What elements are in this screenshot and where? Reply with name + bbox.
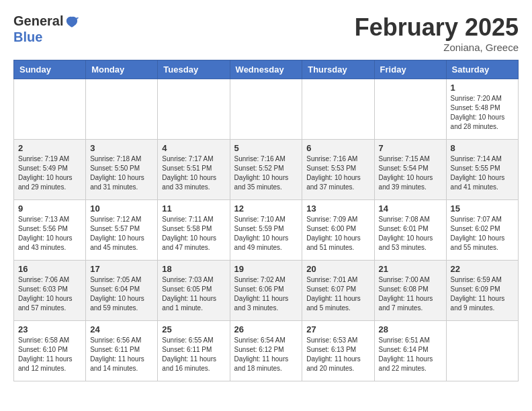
- day-info: Sunrise: 6:53 AM Sunset: 6:13 PM Dayligh…: [306, 336, 369, 373]
- calendar-cell: 16Sunrise: 7:06 AM Sunset: 6:03 PM Dayli…: [14, 261, 86, 321]
- day-info: Sunrise: 7:10 AM Sunset: 5:59 PM Dayligh…: [234, 215, 298, 253]
- day-number: 13: [306, 203, 369, 214]
- calendar-cell: 17Sunrise: 7:05 AM Sunset: 6:04 PM Dayli…: [86, 261, 158, 321]
- day-number: 26: [234, 324, 298, 334]
- calendar-cell: 19Sunrise: 7:02 AM Sunset: 6:06 PM Dayli…: [230, 261, 302, 321]
- day-info: Sunrise: 7:11 AM Sunset: 5:58 PM Dayligh…: [162, 215, 225, 253]
- calendar-cell: 23Sunrise: 6:58 AM Sunset: 6:10 PM Dayli…: [14, 321, 86, 381]
- day-info: Sunrise: 7:12 AM Sunset: 5:57 PM Dayligh…: [90, 215, 153, 253]
- calendar-week-row: 23Sunrise: 6:58 AM Sunset: 6:10 PM Dayli…: [14, 321, 519, 381]
- day-number: 9: [18, 203, 81, 214]
- day-info: Sunrise: 7:19 AM Sunset: 5:49 PM Dayligh…: [18, 154, 81, 192]
- calendar-cell: [86, 79, 158, 140]
- calendar-table: SundayMondayTuesdayWednesdayThursdayFrid…: [13, 60, 519, 381]
- day-info: Sunrise: 7:08 AM Sunset: 6:01 PM Dayligh…: [379, 215, 442, 253]
- day-info: Sunrise: 6:59 AM Sunset: 6:09 PM Dayligh…: [451, 275, 514, 313]
- day-number: 12: [234, 203, 298, 214]
- day-number: 15: [451, 203, 514, 214]
- day-number: 10: [90, 203, 153, 214]
- day-number: 21: [379, 264, 442, 274]
- calendar-cell: 2Sunrise: 7:19 AM Sunset: 5:49 PM Daylig…: [14, 140, 86, 200]
- calendar-cell: 28Sunrise: 6:51 AM Sunset: 6:14 PM Dayli…: [374, 321, 446, 381]
- calendar-week-row: 2Sunrise: 7:19 AM Sunset: 5:49 PM Daylig…: [14, 140, 519, 200]
- logo-blue: Blue: [13, 30, 42, 44]
- day-number: 4: [162, 143, 225, 153]
- day-info: Sunrise: 6:55 AM Sunset: 6:11 PM Dayligh…: [162, 336, 225, 373]
- logo-general: General: [13, 13, 63, 28]
- day-info: Sunrise: 6:51 AM Sunset: 6:14 PM Dayligh…: [379, 336, 442, 373]
- calendar-cell: 22Sunrise: 6:59 AM Sunset: 6:09 PM Dayli…: [446, 261, 518, 321]
- calendar-cell: 3Sunrise: 7:18 AM Sunset: 5:50 PM Daylig…: [86, 140, 158, 200]
- day-info: Sunrise: 7:16 AM Sunset: 5:52 PM Dayligh…: [234, 154, 298, 192]
- day-number: 2: [18, 143, 81, 153]
- calendar-header-wednesday: Wednesday: [230, 60, 302, 79]
- day-info: Sunrise: 7:07 AM Sunset: 6:02 PM Dayligh…: [451, 215, 514, 253]
- calendar-cell: 20Sunrise: 7:01 AM Sunset: 6:07 PM Dayli…: [302, 261, 374, 321]
- calendar-header-sunday: Sunday: [14, 60, 86, 79]
- month-title: February 2025: [355, 13, 519, 42]
- calendar-cell: 5Sunrise: 7:16 AM Sunset: 5:52 PM Daylig…: [230, 140, 302, 200]
- calendar-cell: 14Sunrise: 7:08 AM Sunset: 6:01 PM Dayli…: [374, 200, 446, 261]
- day-info: Sunrise: 7:20 AM Sunset: 5:48 PM Dayligh…: [451, 94, 514, 132]
- day-info: Sunrise: 6:54 AM Sunset: 6:12 PM Dayligh…: [234, 336, 298, 373]
- calendar-cell: 24Sunrise: 6:56 AM Sunset: 6:11 PM Dayli…: [86, 321, 158, 381]
- day-number: 3: [90, 143, 153, 153]
- day-number: 24: [90, 324, 153, 334]
- day-info: Sunrise: 7:17 AM Sunset: 5:51 PM Dayligh…: [162, 154, 225, 192]
- day-info: Sunrise: 7:02 AM Sunset: 6:06 PM Dayligh…: [234, 275, 298, 313]
- location: Zoniana, Greece: [355, 42, 519, 53]
- day-number: 27: [306, 324, 369, 334]
- calendar-cell: 4Sunrise: 7:17 AM Sunset: 5:51 PM Daylig…: [158, 140, 230, 200]
- day-info: Sunrise: 6:58 AM Sunset: 6:10 PM Dayligh…: [18, 336, 81, 373]
- title-block: February 2025 Zoniana, Greece: [355, 13, 519, 53]
- day-number: 5: [234, 143, 298, 153]
- calendar-cell: 7Sunrise: 7:15 AM Sunset: 5:54 PM Daylig…: [374, 140, 446, 200]
- calendar-cell: 8Sunrise: 7:14 AM Sunset: 5:55 PM Daylig…: [446, 140, 518, 200]
- calendar-week-row: 16Sunrise: 7:06 AM Sunset: 6:03 PM Dayli…: [14, 261, 519, 321]
- calendar-cell: 21Sunrise: 7:00 AM Sunset: 6:08 PM Dayli…: [374, 261, 446, 321]
- day-info: Sunrise: 7:13 AM Sunset: 5:56 PM Dayligh…: [18, 215, 81, 253]
- day-info: Sunrise: 7:15 AM Sunset: 5:54 PM Dayligh…: [379, 154, 442, 192]
- day-info: Sunrise: 7:14 AM Sunset: 5:55 PM Dayligh…: [451, 154, 514, 192]
- day-number: 17: [90, 264, 153, 274]
- day-number: 28: [379, 324, 442, 334]
- calendar-header-friday: Friday: [374, 60, 446, 79]
- calendar-cell: [446, 321, 518, 381]
- calendar-cell: 27Sunrise: 6:53 AM Sunset: 6:13 PM Dayli…: [302, 321, 374, 381]
- day-info: Sunrise: 7:01 AM Sunset: 6:07 PM Dayligh…: [306, 275, 369, 313]
- calendar-cell: [230, 79, 302, 140]
- page-header: General Blue February 2025 Zoniana, Gree…: [13, 13, 519, 53]
- day-info: Sunrise: 7:05 AM Sunset: 6:04 PM Dayligh…: [90, 275, 153, 313]
- calendar-cell: 11Sunrise: 7:11 AM Sunset: 5:58 PM Dayli…: [158, 200, 230, 261]
- calendar-cell: [302, 79, 374, 140]
- calendar-header-row: SundayMondayTuesdayWednesdayThursdayFrid…: [14, 60, 519, 79]
- calendar-cell: 1Sunrise: 7:20 AM Sunset: 5:48 PM Daylig…: [446, 79, 518, 140]
- day-info: Sunrise: 7:06 AM Sunset: 6:03 PM Dayligh…: [18, 275, 81, 313]
- calendar-cell: 15Sunrise: 7:07 AM Sunset: 6:02 PM Dayli…: [446, 200, 518, 261]
- day-info: Sunrise: 7:18 AM Sunset: 5:50 PM Dayligh…: [90, 154, 153, 192]
- day-number: 14: [379, 203, 442, 214]
- logo-bird-icon: [64, 15, 79, 30]
- calendar-cell: [374, 79, 446, 140]
- day-info: Sunrise: 7:00 AM Sunset: 6:08 PM Dayligh…: [379, 275, 442, 313]
- calendar-header-monday: Monday: [86, 60, 158, 79]
- day-number: 25: [162, 324, 225, 334]
- day-number: 20: [306, 264, 369, 274]
- calendar-cell: 10Sunrise: 7:12 AM Sunset: 5:57 PM Dayli…: [86, 200, 158, 261]
- calendar-cell: 25Sunrise: 6:55 AM Sunset: 6:11 PM Dayli…: [158, 321, 230, 381]
- day-number: 18: [162, 264, 225, 274]
- calendar-header-saturday: Saturday: [446, 60, 518, 79]
- day-info: Sunrise: 7:09 AM Sunset: 6:00 PM Dayligh…: [306, 215, 369, 253]
- day-number: 7: [379, 143, 442, 153]
- day-number: 8: [451, 143, 514, 153]
- day-info: Sunrise: 7:16 AM Sunset: 5:53 PM Dayligh…: [306, 154, 369, 192]
- day-number: 19: [234, 264, 298, 274]
- day-info: Sunrise: 7:03 AM Sunset: 6:05 PM Dayligh…: [162, 275, 225, 313]
- day-number: 1: [451, 83, 514, 93]
- day-number: 11: [162, 203, 225, 214]
- calendar-cell: 12Sunrise: 7:10 AM Sunset: 5:59 PM Dayli…: [230, 200, 302, 261]
- calendar-header-tuesday: Tuesday: [158, 60, 230, 79]
- logo: General Blue: [13, 13, 79, 44]
- calendar-cell: 13Sunrise: 7:09 AM Sunset: 6:00 PM Dayli…: [302, 200, 374, 261]
- day-number: 6: [306, 143, 369, 153]
